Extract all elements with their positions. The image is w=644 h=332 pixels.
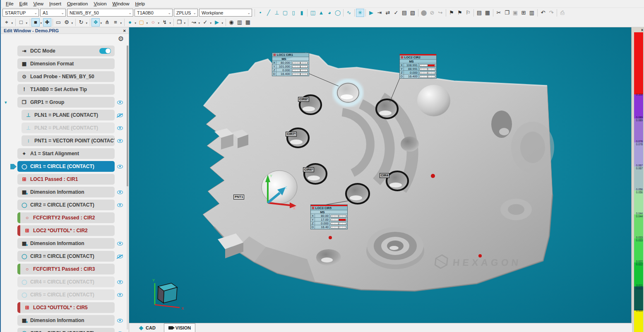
report-template-icon[interactable]: ▦ — [483, 9, 492, 17]
gear-icon[interactable]: ⚙ — [118, 36, 124, 45]
command-loc2[interactable]: ⊞LOC2 *OUTTOL* : CIR2 — [17, 225, 115, 236]
torus-feature-icon[interactable]: ◯ — [334, 9, 342, 17]
plane-feature-icon[interactable]: ⊥ — [273, 9, 281, 17]
probe-dropdown[interactable]: NEW5_BY_50⌄ — [67, 9, 133, 17]
panel-scrollbar[interactable] — [127, 46, 128, 330]
menu-view[interactable]: View — [31, 1, 46, 7]
command-grp1[interactable]: ❒GRP1 = Group — [17, 97, 115, 108]
gage-rectangle-icon[interactable]: ▢▾ — [137, 18, 146, 26]
copy-view-icon[interactable]: ❐▾ — [175, 18, 183, 26]
eye-icon[interactable] — [117, 203, 123, 207]
command-dimension[interactable]: ▦Dimension Information — [17, 315, 115, 326]
menu-window[interactable]: Window — [110, 1, 132, 7]
menu-edit[interactable]: Edit — [17, 1, 30, 7]
menu-help[interactable]: Help — [132, 1, 147, 7]
report-view-icon[interactable]: ▤ — [475, 9, 483, 17]
command-load[interactable]: ⊙Load Probe - NEW5_BY_50 — [17, 71, 115, 82]
curve-feature-icon[interactable]: ∿ — [345, 9, 353, 17]
command-a1[interactable]: ⌖A1 = Start Alignment — [17, 148, 115, 159]
command-t1a0b0[interactable]: !T1A0B0 = Set Active Tip — [17, 84, 115, 95]
stop-disabled-icon[interactable]: ⊘ — [428, 9, 436, 17]
scrollbar-thumb[interactable] — [127, 46, 128, 186]
surface-view-icon[interactable]: ●▾ — [126, 18, 134, 26]
cylinder-feature-icon[interactable]: ◫ — [309, 9, 317, 17]
eye-slash-icon[interactable] — [117, 113, 123, 117]
animate-path-icon[interactable]: ▶▾ — [213, 18, 221, 26]
tab-cad[interactable]: ◆CAD — [135, 323, 160, 332]
eye-icon[interactable] — [117, 190, 123, 194]
expand-caret-icon[interactable]: ▾ — [5, 100, 7, 105]
sphere-feature-icon[interactable]: ◕ — [325, 9, 334, 17]
print-icon[interactable]: ⎙ — [558, 9, 567, 17]
command-dimension[interactable]: ▦Dimension Information — [17, 187, 115, 197]
feature-label-cir6[interactable]: CIR6* — [303, 167, 314, 172]
feature-label-cir4[interactable]: CIR4 — [380, 173, 389, 178]
command-loc1[interactable]: ⊞LOC1 Passed : CIR1 — [17, 174, 115, 185]
command-fcfcirty1[interactable]: ○FCFCIRTY1 Passed : CIR3 — [17, 264, 115, 274]
eye-icon[interactable] — [117, 319, 123, 322]
tab-vision[interactable]: VISION — [164, 323, 195, 332]
command-cir2[interactable]: ◯CIR2 = CIRCLE (CONTACT) — [17, 200, 115, 210]
loc3-dimension-label[interactable]: ⊞LOC3 CIR5MSX80.00Y17.00Z0.000D16.40 — [310, 204, 348, 229]
collision-check-icon[interactable]: ✓▾ — [201, 18, 209, 26]
loc1-dimension-label[interactable]: ⊞LOC1 CIR1MSX80.000Y101.000Z0.000D16.400 — [272, 53, 309, 76]
dcc-mode-toggle[interactable] — [99, 48, 111, 54]
undo-icon[interactable]: ↶ — [539, 9, 547, 17]
auto-feature-icon[interactable]: ✳ — [356, 9, 364, 17]
command-cir6[interactable]: ◯CIR6 = CIRCLE (CONTACT) — [17, 328, 115, 332]
execute-routine-icon[interactable]: ▶ — [367, 9, 375, 17]
wireframe-view-icon[interactable]: □▾ — [17, 18, 25, 26]
eye-icon[interactable] — [117, 126, 123, 130]
cone-feature-icon[interactable]: ▲ — [317, 9, 325, 17]
gage-circle-icon[interactable]: ○▾ — [149, 18, 157, 26]
eye-icon[interactable] — [117, 101, 123, 104]
circle-feature-icon[interactable]: ▢ — [281, 9, 289, 17]
eye-icon[interactable] — [117, 280, 123, 284]
routine-dropdown[interactable]: STARTUP⌄ — [2, 9, 39, 17]
pan-view-icon[interactable]: ✚ — [43, 18, 51, 26]
snapshot-camera-icon[interactable]: ◉ — [227, 18, 235, 26]
probe-mode-icon[interactable]: ⌖▾ — [2, 18, 11, 26]
copy-icon[interactable]: ❐ — [503, 9, 511, 17]
command-pln2[interactable]: ⊥PLN2 = PLANE (CONTACT) — [22, 123, 115, 133]
continue-execution-icon[interactable]: ↪ — [436, 9, 445, 17]
paste-icon[interactable]: ▣ — [511, 9, 519, 17]
bookmark-icon[interactable]: ⚑ — [447, 9, 456, 17]
eye-icon[interactable] — [117, 242, 123, 245]
mark-done-icon[interactable]: ✓ — [392, 9, 400, 17]
command-pnt1[interactable]: ↕PNT1 = VECTOR POINT (CONTACT) — [22, 135, 115, 146]
square-slot-feature-icon[interactable]: ▮ — [298, 9, 306, 17]
cad-viewport[interactable]: HEXAGON Y X Z Y X — [129, 27, 632, 323]
execute-loop-icon[interactable]: ⇄ — [384, 9, 392, 17]
workplane-dropdown[interactable]: ZPLUS⌄ — [174, 9, 198, 17]
workplane-label-dropdown[interactable]: Workplane⌄ — [199, 9, 252, 17]
report-window-icon[interactable]: ▥ — [235, 18, 244, 26]
eye-slash-icon[interactable] — [117, 255, 123, 258]
summary-window-icon[interactable]: ▦ — [244, 18, 252, 26]
command-dcc[interactable]: ⇥DCC Mode — [17, 46, 115, 56]
alignment-dropdown[interactable]: A1⌄ — [40, 9, 66, 17]
measurement-path-icon[interactable]: ↝▾ — [190, 18, 198, 26]
paste-pattern-icon[interactable]: ⊞ — [519, 9, 528, 17]
eye-icon[interactable] — [117, 165, 123, 168]
command-cir5[interactable]: ◯CIR5 = CIRCLE (CONTACT) — [17, 289, 115, 300]
command-dimension[interactable]: ▦Dimension Information — [17, 238, 115, 249]
point-feature-icon[interactable]: • — [256, 9, 264, 17]
feature-label-cir8[interactable]: CIR8* — [298, 97, 309, 102]
feature-label-pnt1[interactable]: PNT1 — [233, 195, 244, 200]
block-edit-icon[interactable]: ▧ — [409, 9, 417, 17]
command-fcfcirty2[interactable]: ○FCFCIRTY2 Passed : CIR2 — [17, 212, 115, 223]
path-branch-icon[interactable]: ⋔ — [103, 18, 111, 26]
solid-view-icon[interactable]: ■▾ — [31, 18, 40, 26]
rotate-view-icon[interactable]: ↻▾ — [77, 18, 85, 26]
feature-list-icon[interactable]: ≡▾ — [111, 18, 120, 26]
eye-icon[interactable] — [117, 139, 123, 143]
view-settings-icon[interactable]: ⚙▾ — [62, 18, 71, 26]
annotation-icon[interactable]: ▭ — [54, 18, 62, 26]
loc2-dimension-label[interactable]: ⊞LOC2 CIR2MSX108.991Y88.991Z0.000D16.400 — [399, 54, 437, 79]
line-feature-icon[interactable]: ╱ — [264, 9, 273, 17]
tip-dropdown[interactable]: T1A0B0⌄ — [135, 9, 173, 17]
zoom-to-fit-icon[interactable]: ↯▾ — [161, 18, 169, 26]
bookmark-remove-icon[interactable]: ⚐ — [464, 9, 472, 17]
feature-label-cir7[interactable]: CIR7* — [286, 132, 297, 137]
